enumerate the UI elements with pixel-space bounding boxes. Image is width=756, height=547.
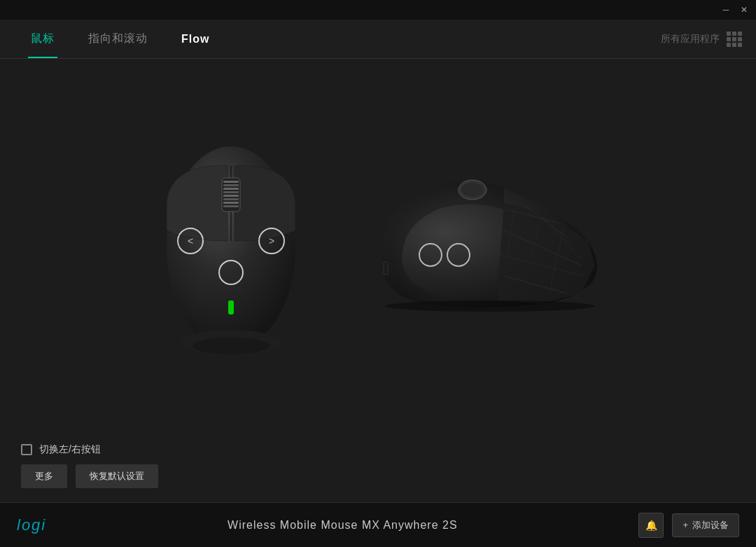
swap-buttons-checkbox[interactable] — [21, 444, 32, 455]
title-bar: ─ ✕ — [0, 0, 756, 20]
tab-mouse[interactable]: 鼠标 — [14, 20, 71, 58]
svg-rect-8 — [223, 198, 239, 200]
mouse-side-view — [357, 153, 609, 349]
footer-right: 🔔 + 添加设备 — [638, 513, 739, 538]
nav-right: 所有应用程序 — [661, 20, 742, 58]
svg-point-35 — [385, 300, 595, 312]
checkbox-row: 切换左/右按钮 — [21, 443, 735, 456]
main-content: < > logi — [0, 59, 756, 502]
mouse-top-view: < > logi — [147, 132, 315, 371]
svg-rect-10 — [223, 205, 239, 207]
footer-device-name: Wireless Mobile Mouse MX Anywhere 2S — [46, 519, 638, 532]
svg-rect-6 — [223, 191, 239, 193]
svg-rect-5 — [223, 188, 239, 190]
svg-rect-9 — [223, 202, 239, 204]
notification-icon[interactable]: 🔔 — [638, 513, 664, 538]
tab-pointing[interactable]: 指向和滚动 — [71, 20, 164, 58]
all-apps-label: 所有应用程序 — [661, 33, 720, 46]
mouse-display: < > logi — [0, 59, 756, 443]
tab-flow[interactable]: Flow — [164, 20, 226, 58]
footer-logo: logi — [17, 516, 46, 534]
close-button[interactable]: ✕ — [738, 4, 750, 16]
nav-bar: 鼠标 指向和滚动 Flow 所有应用程序 — [0, 20, 756, 59]
mouse-side-svg — [357, 153, 623, 349]
svg-text:>: > — [269, 235, 274, 247]
svg-rect-34 — [384, 262, 388, 275]
add-device-icon: + — [682, 520, 688, 530]
mouse-top-svg: < > logi — [147, 132, 315, 371]
apps-grid-icon[interactable] — [727, 32, 742, 47]
action-btn-row: 更多 恢复默认设置 — [21, 464, 735, 488]
svg-rect-3 — [223, 181, 239, 183]
svg-rect-7 — [223, 195, 239, 197]
svg-point-31 — [461, 183, 484, 197]
svg-rect-4 — [223, 184, 239, 186]
bottom-controls: 切换左/右按钮 更多 恢复默认设置 — [0, 443, 756, 502]
minimize-button[interactable]: ─ — [720, 4, 732, 16]
footer: logi Wireless Mobile Mouse MX Anywhere 2… — [0, 502, 756, 547]
swap-buttons-label: 切换左/右按钮 — [39, 443, 101, 456]
add-device-button[interactable]: + 添加设备 — [672, 513, 739, 537]
svg-text:<: < — [188, 235, 193, 247]
reset-button[interactable]: 恢复默认设置 — [76, 464, 158, 488]
svg-rect-17 — [228, 300, 234, 314]
more-button[interactable]: 更多 — [21, 464, 67, 488]
svg-point-20 — [192, 338, 270, 354]
